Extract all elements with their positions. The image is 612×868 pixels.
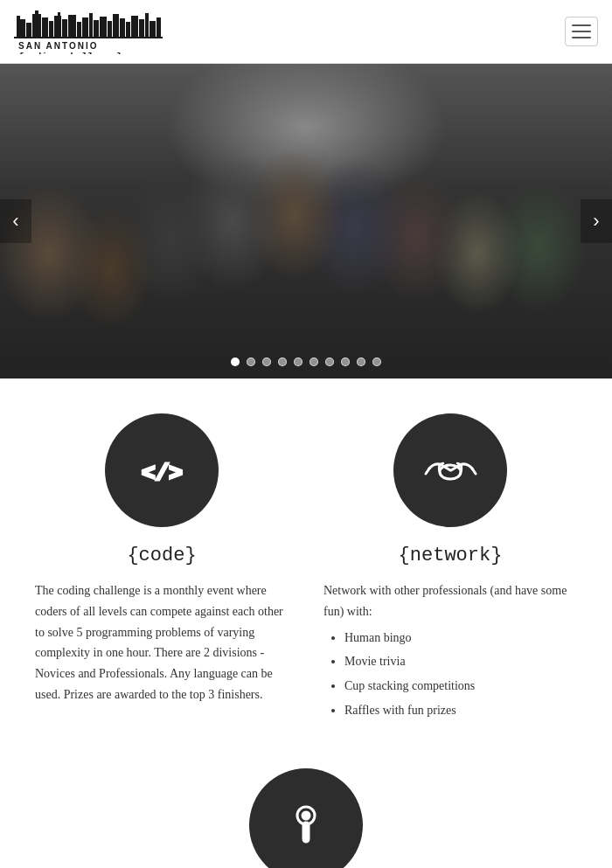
svg-rect-12	[77, 22, 81, 37]
svg-rect-23	[145, 13, 149, 37]
svg-rect-6	[42, 17, 48, 37]
carousel-dot-4[interactable]	[278, 358, 287, 366]
code-section-body: The coding challenge is a monthly event …	[35, 580, 289, 705]
svg-rect-22	[139, 19, 144, 37]
brand-logo[interactable]: SAN ANTONIO {coding.challenge}	[14, 9, 163, 54]
carousel-dot-9[interactable]	[357, 358, 365, 366]
svg-rect-20	[126, 22, 130, 37]
svg-rect-10	[62, 19, 67, 37]
network-list-item-4: Raffles with fun prizes	[344, 700, 577, 721]
carousel-dot-1[interactable]	[231, 358, 240, 366]
svg-point-30	[440, 465, 461, 479]
handshake-icon	[422, 442, 479, 499]
svg-rect-3	[26, 23, 31, 37]
svg-rect-16	[100, 17, 107, 37]
svg-rect-7	[49, 21, 53, 37]
carousel-dot-10[interactable]	[372, 358, 381, 366]
code-section: </> {code} The coding challenge is a mon…	[17, 413, 306, 725]
navbar: SAN ANTONIO {coding.challenge}	[0, 0, 612, 64]
svg-rect-21	[131, 16, 138, 37]
svg-rect-5	[35, 10, 38, 37]
code-icon-circle: </>	[105, 413, 219, 527]
network-list-item-2: Movie trivia	[344, 651, 577, 672]
network-list-item-3: Cup stacking competitions	[344, 676, 577, 697]
svg-rect-14	[89, 13, 93, 37]
svg-rect-24	[150, 21, 156, 37]
hamburger-line-2	[572, 31, 591, 32]
eat-icon-circle	[249, 768, 363, 868]
network-list-item-1: Human bingo	[344, 628, 577, 649]
network-icon-circle	[393, 413, 507, 527]
carousel-dots	[231, 358, 381, 366]
main-content: </> {code} The coding challenge is a mon…	[0, 378, 612, 868]
svg-rect-9	[58, 12, 60, 37]
svg-rect-19	[120, 18, 125, 37]
hamburger-line-1	[572, 24, 591, 26]
code-section-title: {code}	[127, 545, 196, 566]
crowd-photo	[0, 64, 612, 378]
carousel-dot-6[interactable]	[309, 358, 318, 366]
carousel-next-button[interactable]: ›	[581, 199, 612, 243]
network-list: Human bingo Movie trivia Cup stacking co…	[323, 628, 577, 721]
svg-rect-13	[82, 17, 88, 37]
eat-icon	[278, 796, 335, 853]
network-section-body: Network with other professionals (and ha…	[323, 580, 577, 725]
carousel-dot-3[interactable]	[262, 358, 271, 366]
network-section-title: {network}	[399, 545, 503, 566]
hamburger-button[interactable]	[565, 17, 598, 46]
hamburger-line-3	[572, 37, 591, 38]
carousel-image	[0, 64, 612, 378]
carousel-dot-2[interactable]	[247, 358, 255, 366]
chevron-right-icon: ›	[593, 210, 599, 233]
two-column-section: </> {code} The coding challenge is a mon…	[17, 413, 595, 725]
svg-rect-2	[17, 16, 20, 37]
eat-section: {eat}	[17, 760, 595, 868]
network-section: {network} Network with other professiona…	[306, 413, 595, 725]
svg-rect-17	[108, 21, 112, 37]
code-icon: </>	[134, 442, 191, 499]
svg-rect-15	[94, 20, 99, 37]
svg-text:</>: </>	[142, 460, 183, 486]
hero-carousel: ‹ ›	[0, 64, 612, 378]
svg-text:SAN ANTONIO: SAN ANTONIO	[18, 41, 98, 51]
svg-rect-18	[113, 14, 119, 37]
svg-rect-11	[68, 15, 76, 37]
logo-container: SAN ANTONIO {coding.challenge}	[14, 9, 163, 54]
carousel-dot-8[interactable]	[341, 358, 350, 366]
svg-text:{coding.challenge}: {coding.challenge}	[18, 52, 122, 54]
carousel-dot-7[interactable]	[325, 358, 334, 366]
carousel-dot-5[interactable]	[294, 358, 303, 366]
logo-svg: SAN ANTONIO {coding.challenge}	[14, 9, 163, 54]
svg-rect-25	[156, 17, 161, 37]
carousel-prev-button[interactable]: ‹	[0, 199, 31, 243]
svg-rect-33	[303, 823, 309, 842]
svg-point-32	[303, 812, 309, 819]
chevron-left-icon: ‹	[12, 210, 18, 233]
svg-rect-26	[14, 37, 163, 38]
network-intro: Network with other professionals (and ha…	[323, 580, 577, 622]
